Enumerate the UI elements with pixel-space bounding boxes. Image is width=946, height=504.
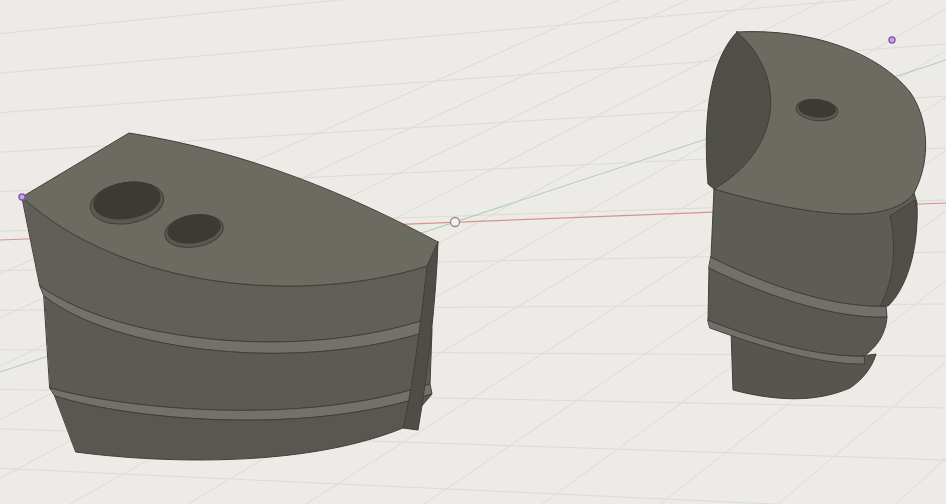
origin-marker[interactable] [451, 218, 460, 227]
vertex-marker-left[interactable] [19, 194, 25, 200]
vertex-marker-right[interactable] [889, 37, 895, 43]
cad-viewport[interactable] [0, 0, 946, 504]
